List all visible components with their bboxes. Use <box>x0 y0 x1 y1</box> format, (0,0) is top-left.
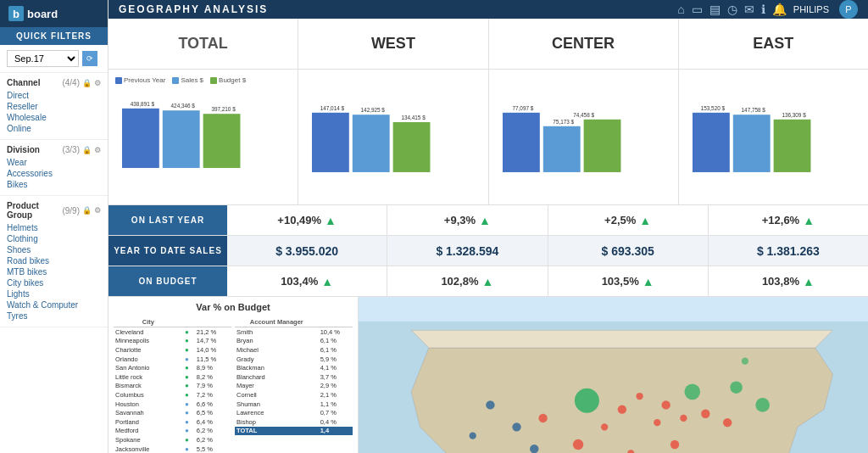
channel-settings-icon[interactable]: ⚙ <box>94 79 101 87</box>
city-dot: ● <box>183 337 195 346</box>
channel-online[interactable]: Online <box>7 123 101 134</box>
info-icon[interactable]: ℹ <box>761 3 765 16</box>
notification-icon[interactable]: 🔔 <box>772 3 787 16</box>
city-val: 14,0 % <box>195 345 231 355</box>
city-val: 7,2 % <box>195 390 231 400</box>
map-dot-sm-green2 <box>755 398 770 412</box>
city-val: 5,5 % <box>195 445 231 453</box>
channel-label: Channel <box>7 78 40 87</box>
bar-svg-west: 147,014 $ 142,925 $ 134,415 $ <box>305 92 481 189</box>
city-name: Minneapolis <box>114 337 183 346</box>
account-row: Blackman4,1 % <box>235 363 353 372</box>
map-dot-red6 <box>701 410 709 418</box>
monitor-icon[interactable]: ▭ <box>692 3 703 16</box>
city-name: Orlando <box>114 355 183 364</box>
city-name: Charlotte <box>114 345 183 355</box>
home-icon[interactable]: ⌂ <box>677 3 684 16</box>
date-selector[interactable]: Sep.17 ⟳ <box>0 45 108 73</box>
map-area <box>359 297 868 453</box>
user-avatar[interactable]: P <box>839 0 858 19</box>
channel-reseller[interactable]: Reseller <box>7 101 101 112</box>
bar-chart-total: Previous Year Sales $ Budget $ 438,891 $… <box>108 70 298 204</box>
pg-lights[interactable]: Lights <box>7 288 101 299</box>
nav-icons: ⌂ ▭ ▤ ◷ ✉ ℹ 🔔 PHILIPS P <box>677 0 858 19</box>
on-last-year-west: +9,3%▲ <box>387 205 548 235</box>
year-to-date-label: YEAR TO DATE SALES <box>108 236 227 266</box>
map-dot-blue3 <box>470 433 476 439</box>
clock-icon[interactable]: ◷ <box>727 3 737 16</box>
account-name: Blackman <box>235 363 319 372</box>
top-bar: GEOGRAPHY ANALYSIS ⌂ ▭ ▤ ◷ ✉ ℹ 🔔 PHILIPS… <box>108 0 868 19</box>
channel-wholesale[interactable]: Wholesale <box>7 112 101 123</box>
pg-road-bikes[interactable]: Road bikes <box>7 255 101 266</box>
svg-rect-9 <box>312 113 349 172</box>
account-row: Blanchard3,7 % <box>235 372 353 382</box>
account-name: Michael <box>235 345 319 355</box>
chat-icon[interactable]: ✉ <box>744 3 754 16</box>
account-manager-table: Account Manager Smith10,4 %Bryan6,1 %Mic… <box>235 317 353 453</box>
bar-chart-east: 153,520 $ 147,758 $ 136,309 $ <box>679 70 868 204</box>
channel-lock-icon[interactable]: 🔒 <box>82 79 92 87</box>
server-icon[interactable]: ▤ <box>709 3 721 16</box>
pg-tyres[interactable]: Tyres <box>7 310 101 322</box>
west-up-arrow: ▲ <box>479 214 491 227</box>
account-row: Michael6,1 % <box>235 345 353 355</box>
channel-direct[interactable]: Direct <box>7 90 101 101</box>
pg-helmets[interactable]: Helmets <box>7 222 101 233</box>
division-lock-icon[interactable]: 🔒 <box>82 146 92 154</box>
col-center: CENTER <box>489 19 679 69</box>
col-west: WEST <box>298 19 488 69</box>
logo-bar: b board <box>0 0 108 27</box>
account-row: Mayer2,9 % <box>235 382 353 391</box>
svg-text:136,309 $: 136,309 $ <box>782 112 806 118</box>
division-settings-icon[interactable]: ⚙ <box>94 146 101 154</box>
city-row: Bismarck●7,9 % <box>114 382 231 391</box>
columns-header: TOTAL WEST CENTER EAST <box>108 19 868 70</box>
pg-mtb-bikes[interactable]: MTB bikes <box>7 266 101 277</box>
var-table-content: City Cleveland●21,2 %Minneapolis●14,7 %C… <box>114 317 353 453</box>
total-up-arrow: ▲ <box>325 214 337 227</box>
svg-rect-15 <box>502 113 539 172</box>
pg-city-bikes[interactable]: City bikes <box>7 277 101 288</box>
city-val: 6,4 % <box>195 417 231 427</box>
product-group-filter-section: Product Group (9/9) 🔒 ⚙ Helmets Clothing… <box>0 196 108 327</box>
date-select[interactable]: Sep.17 <box>7 50 79 67</box>
on-last-year-total: +10,49%▲ <box>227 205 387 235</box>
account-row: Grady5,9 % <box>235 355 353 364</box>
city-val: 6,2 % <box>195 427 231 436</box>
city-row: Charlotte●14,0 % <box>114 345 231 355</box>
city-table: City Cleveland●21,2 %Minneapolis●14,7 %C… <box>114 317 231 453</box>
var-table: Var % on Budget City <box>108 297 359 453</box>
city-row: San Antonio●8,9 % <box>114 363 231 372</box>
legend-prev-year: Previous Year <box>124 76 165 84</box>
filter-refresh-button[interactable]: ⟳ <box>82 51 97 66</box>
svg-rect-10 <box>353 115 390 172</box>
on-last-year-row: ON LAST YEAR +10,49%▲ +9,3%▲ +2,5%▲ +12,… <box>108 205 868 236</box>
svg-text:75,173 $: 75,173 $ <box>553 119 574 125</box>
city-val: 21,2 % <box>195 327 231 337</box>
pg-watch-computer[interactable]: Watch & Computer <box>7 299 101 310</box>
city-name: Houston <box>114 400 183 409</box>
account-row: Bishop0,4 % <box>235 417 353 427</box>
division-accessories[interactable]: Accessories <box>7 168 101 179</box>
account-val: 1,1 % <box>319 400 353 409</box>
pg-settings-icon[interactable]: ⚙ <box>94 206 101 215</box>
pg-shoes[interactable]: Shoes <box>7 244 101 255</box>
account-row: Cornell2,1 % <box>235 390 353 400</box>
city-row: Little rock●8,2 % <box>114 372 231 382</box>
division-bikes[interactable]: Bikes <box>7 179 101 190</box>
svg-text:153,520 $: 153,520 $ <box>700 105 725 111</box>
pg-lock-icon[interactable]: 🔒 <box>82 206 92 215</box>
map-dot-red9 <box>573 439 583 450</box>
account-val: 6,1 % <box>319 345 353 355</box>
city-dot: ● <box>183 435 195 445</box>
pg-clothing[interactable]: Clothing <box>7 233 101 244</box>
budget-west-up: ▲ <box>481 275 493 288</box>
svg-rect-16 <box>542 126 580 172</box>
city-val: 6,2 % <box>195 435 231 445</box>
city-row: Cleveland●21,2 % <box>114 327 231 337</box>
center-up-arrow: ▲ <box>639 214 651 227</box>
main-content: GEOGRAPHY ANALYSIS ⌂ ▭ ▤ ◷ ✉ ℹ 🔔 PHILIPS… <box>108 0 868 453</box>
division-wear[interactable]: Wear <box>7 157 101 168</box>
logo-b-icon: b <box>8 6 24 21</box>
